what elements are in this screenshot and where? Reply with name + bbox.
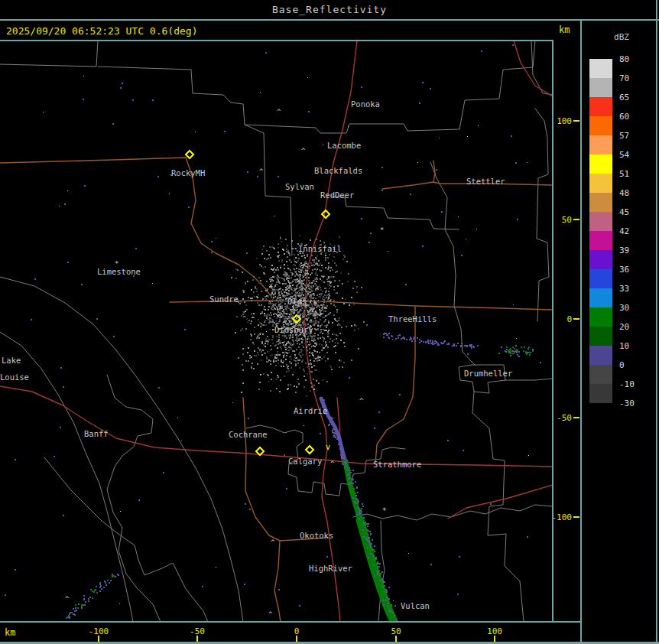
echo-streak: [360, 520, 393, 620]
colorbar-swatch: [589, 59, 612, 78]
radar-application-window: Base_Reflectivity 2025/09/20 06:52:23 UT…: [0, 0, 659, 644]
colorbar-tick-label: 33: [619, 285, 651, 293]
city-label-limestone: Limestone: [97, 267, 141, 276]
bottom-axis-tick-mark: [494, 636, 495, 642]
small-map-marker-icon: ^: [65, 595, 70, 603]
colorbar-tick-label: 54: [619, 151, 651, 159]
colorbar-swatch: [589, 116, 612, 135]
right-axis-tick-mark: [573, 516, 579, 518]
colorbar-swatch: [589, 384, 612, 403]
colorbar-swatch: [589, 97, 612, 116]
frame-line: [0, 40, 553, 41]
city-label-vulcan: Vulcan: [401, 601, 430, 610]
county-boundary-line: [472, 392, 524, 622]
small-map-marker-icon: +: [382, 505, 387, 512]
city-label-louise: Louise: [0, 372, 29, 382]
colorbar-tick-label: 45: [619, 208, 651, 216]
colorbar-swatch: [589, 269, 612, 288]
station-v-marker-icon: v: [326, 443, 330, 451]
right-axis-tick-label: -100: [535, 512, 572, 522]
colorbar-swatch: [589, 174, 612, 193]
echo-speckle-cluster: [383, 333, 479, 349]
colorbar-tick-label: 20: [619, 323, 651, 331]
colorbar-swatch: [589, 327, 612, 346]
right-axis-tick-label: 100: [535, 116, 572, 126]
small-map-marker-icon: *: [380, 226, 384, 234]
highway-red-line: [0, 386, 553, 467]
small-map-marker-icon: ^: [268, 610, 273, 618]
frame-line: [0, 19, 659, 21]
map-layers: PonokaLacombeBlackfaldsSylvanRedDeerStet…: [0, 41, 553, 623]
city-label-cochrane: Cochrane: [229, 430, 268, 439]
small-map-marker-icon: ^: [304, 262, 309, 269]
county-boundary-line: [107, 375, 161, 622]
colorbar-tick-label: -30: [619, 399, 651, 408]
city-label-didsbury: Didsbury: [274, 325, 313, 334]
city-label-calgary: Calgary: [288, 457, 322, 466]
colorbar-swatch: [589, 231, 612, 250]
colorbar-swatch: [589, 346, 612, 365]
small-map-marker-icon: ^: [330, 460, 335, 467]
colorbar-tick-label: 0: [619, 361, 651, 369]
colorbar-swatch: [589, 250, 612, 269]
city-label-sylvan: Sylvan: [285, 182, 314, 191]
city-label-rockymh: RockyMH: [171, 168, 205, 177]
right-axis-tick-label: 50: [535, 215, 572, 225]
colorbar-tick-label: 51: [619, 170, 651, 178]
city-label-reddeer: RedDeer: [320, 190, 354, 200]
right-axis-tick-label: 0: [535, 314, 572, 324]
right-axis-tick-label: -50: [535, 413, 572, 423]
echo-speckle-cluster: [66, 574, 119, 619]
city-label-airdrie: Airdrie: [294, 406, 327, 415]
radar-site-diamond-icon: [306, 446, 313, 454]
colorbar-tick-label: 10: [619, 342, 651, 350]
colorbar-tick-label: 80: [619, 55, 651, 63]
frame-line: [552, 40, 553, 623]
colorbar-tick-label: 48: [619, 189, 651, 197]
city-label-banff: Banff: [84, 429, 109, 438]
frame-line: [580, 19, 582, 642]
colorbar-tick-label: 70: [619, 74, 651, 83]
colorbar-swatch: [589, 193, 612, 212]
colorbar-swatch: [589, 212, 612, 231]
small-map-marker-icon: *: [115, 260, 118, 268]
city-label-ponoka: Ponoka: [351, 99, 380, 109]
radar-site-diamond-icon: [186, 151, 193, 158]
city-label-highriver: HighRiver: [309, 564, 352, 573]
frame-line: [656, 0, 657, 644]
colorbar-swatch: [589, 78, 612, 97]
radar-site-diamond-icon: [322, 210, 330, 218]
colorbar-swatch: [589, 365, 612, 384]
city-label-strathmore: Strathmore: [373, 460, 421, 469]
right-axis-tick-mark: [573, 219, 579, 220]
small-map-marker-icon: ^: [277, 108, 281, 115]
right-axis-tick-mark: [573, 417, 579, 418]
frame-line: [0, 621, 582, 623]
county-boundary-line: [331, 196, 459, 229]
city-label-sundre: Sundre: [209, 294, 239, 304]
city-label-blackfalds: Blackfalds: [314, 166, 362, 175]
bottom-axis-tick-mark: [196, 636, 198, 642]
colorbar-tick-label: 39: [619, 246, 651, 255]
bottom-axis-tick-mark: [296, 636, 297, 642]
colorbar-tick-label: 65: [619, 93, 651, 102]
colorbar-tick-label: 36: [619, 265, 651, 274]
city-label-lake: Lake: [2, 356, 21, 365]
echo-speckle-cluster: [43, 76, 529, 604]
county-boundary-line: [98, 41, 535, 133]
colorbar-tick-label: 60: [619, 112, 651, 121]
small-map-marker-icon: ^: [301, 147, 306, 154]
colorbar-swatch: [589, 307, 612, 327]
city-label-threehills: ThreeHills: [388, 314, 437, 324]
colorbar-tick-label: -10: [619, 380, 651, 389]
county-boundary-line: [0, 41, 98, 67]
echo-speckle-cluster: [264, 235, 342, 287]
city-label-stettler: Stettler: [466, 177, 505, 186]
colorbar-tick-label: 42: [619, 227, 651, 236]
right-axis-tick-mark: [573, 120, 579, 122]
city-label-innisfail: Innisfail: [298, 244, 342, 253]
county-boundary-line: [430, 162, 476, 366]
bottom-axis-tick-mark: [98, 636, 99, 642]
echo-speckle-cluster: [498, 345, 534, 357]
highway-brown-line: [375, 307, 415, 463]
